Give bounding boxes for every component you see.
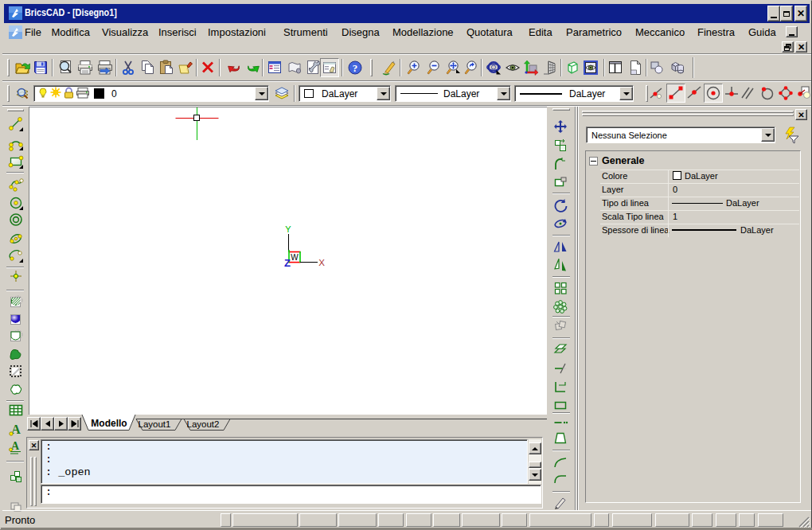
svg-text:X: X (318, 258, 325, 267)
svg-text:Y: Y (285, 224, 291, 234)
svg-text:Z: Z (284, 257, 291, 269)
svg-text:Layout2: Layout2 (187, 419, 220, 429)
svg-text:Layout1: Layout1 (139, 419, 171, 429)
svg-text:W: W (291, 253, 299, 262)
svg-text:?: ? (353, 62, 358, 74)
svg-text:Modello: Modello (91, 418, 127, 429)
